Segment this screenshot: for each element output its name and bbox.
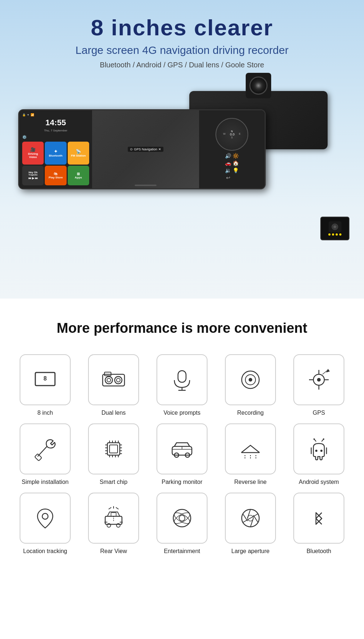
svg-point-8 (105, 376, 112, 384)
compass: N W0.0E S (215, 118, 248, 151)
entertainment-icon (169, 505, 195, 531)
feature-icon-box-voice (157, 354, 207, 405)
features-title: More performance is more convenient (15, 320, 349, 336)
app-driving-video: 🎥 Driving Video (22, 142, 44, 165)
feature-icon-box-entertainment (157, 493, 207, 544)
feature-icon-box-dual-lens (88, 354, 139, 405)
feature-gps: GPS (288, 354, 349, 416)
hero-subtitle: Large screen 4G navigation driving recor… (7, 44, 357, 56)
feature-android: Android system (288, 423, 349, 485)
led-light (328, 233, 331, 236)
svg-point-17 (249, 378, 252, 382)
feature-icon-box-rearview (88, 493, 139, 544)
aperture-icon (238, 505, 263, 531)
back-camera-lens (249, 76, 268, 95)
svg-point-54 (320, 450, 323, 452)
screen-icon: 8 (32, 367, 58, 393)
feature-label-reverse: Reverse line (234, 479, 267, 485)
hero-image: 🔒♥📶 14:55 Thu, 7 September ⚙️ 🎥 Driving … (7, 80, 357, 262)
device-front: 🔒♥📶 14:55 Thu, 7 September ⚙️ 🎥 Driving … (18, 109, 266, 189)
svg-text:8: 8 (44, 375, 47, 382)
svg-line-79 (243, 514, 248, 521)
android-icon (306, 436, 332, 462)
feature-icon-box-chip (88, 423, 139, 474)
feature-entertainment: Entertainment (151, 493, 213, 555)
feature-label-chip: Smart chip (100, 479, 127, 485)
led-light (332, 233, 334, 236)
bluetooth-icon (306, 505, 332, 531)
svg-point-70 (179, 515, 185, 521)
device-screen: 🔒♥📶 14:55 Thu, 7 September ⚙️ 🎥 Driving … (19, 110, 265, 188)
screen-left-panel: 🔒♥📶 14:55 Thu, 7 September ⚙️ 🎥 Driving … (19, 110, 92, 188)
feature-dual-lens: Dual lens (83, 354, 144, 416)
features-grid: 8 8 inch Dual lens (15, 354, 349, 555)
feature-label-entertainment: Entertainment (164, 548, 200, 555)
feature-rearview: Rear View (83, 493, 144, 555)
svg-point-61 (42, 513, 48, 519)
feature-icon-box-recording (225, 354, 276, 405)
feature-icon-box-aperture (225, 493, 276, 544)
app-grid: 🎥 Driving Video ✦ Bluetooth 📡 FM Station (22, 142, 89, 185)
feature-label-android: Android system (299, 479, 339, 485)
svg-point-10 (115, 376, 122, 384)
app-fm: 📡 FM Station (68, 142, 89, 165)
mic-icon (169, 367, 195, 393)
feature-label-location: Location tracking (23, 548, 67, 555)
svg-line-78 (243, 518, 250, 522)
svg-rect-12 (178, 371, 186, 382)
feature-label-aperture: Large aperture (232, 548, 270, 555)
feature-icon-box-gps (293, 354, 344, 405)
feature-chip: Smart chip (83, 423, 144, 485)
gps-icon (306, 367, 332, 393)
feature-icon-box-bluetooth (293, 493, 344, 544)
feature-parking: Parking monitor (151, 423, 213, 485)
svg-rect-67 (111, 513, 116, 516)
home-bar (135, 185, 157, 186)
svg-point-59 (313, 438, 315, 440)
rear-camera (320, 217, 349, 240)
feature-label-parking: Parking monitor (162, 479, 202, 485)
svg-point-60 (323, 438, 324, 440)
svg-rect-27 (110, 445, 118, 453)
screen-map: ⊙ GPS Navigation ✕ (92, 110, 199, 188)
feature-location: Location tracking (15, 493, 76, 555)
screen-right-panel: N W0.0E S 🔊 🔆 🚗 🏠 🔉 💡 ↩ (199, 110, 265, 188)
rear-camera-lens (329, 221, 341, 232)
feature-recording: Recording (220, 354, 281, 416)
dual-lens-icon (101, 367, 126, 393)
feature-bluetooth: Bluetooth (288, 493, 349, 555)
hero-section: 8 inches clearer Large screen 4G navigat… (0, 0, 364, 299)
feature-label-recording: Recording (237, 410, 264, 416)
feature-icon-box-android (293, 423, 344, 474)
parking-icon (169, 436, 195, 462)
feature-8inch: 8 8 inch (15, 354, 76, 416)
recording-icon (238, 367, 263, 393)
app-play-store: 🛍 Play Store (45, 166, 66, 186)
hero-title: 8 inches clearer (7, 15, 357, 40)
screen-date: Thu, 7 September (22, 129, 89, 132)
app-bluetooth: ✦ Bluetooth (45, 142, 66, 165)
reverse-icon (238, 436, 263, 462)
svg-point-11 (116, 378, 120, 382)
feature-install: Simple installation (15, 423, 76, 485)
svg-point-9 (107, 378, 111, 382)
feature-label-bluetooth: Bluetooth (306, 548, 331, 555)
compass-inner: N W0.0E S (223, 130, 241, 139)
rear-view-icon (101, 505, 126, 531)
chip-icon (101, 436, 126, 462)
location-icon (32, 505, 58, 531)
feature-label-dual-lens: Dual lens (102, 410, 126, 416)
back-camera-mount (246, 73, 271, 98)
svg-line-75 (250, 514, 258, 518)
svg-point-23 (317, 378, 321, 382)
feature-icon-box-parking (157, 423, 207, 474)
app-apps: ⊞ Apps (68, 166, 89, 186)
feature-aperture: Large aperture (220, 493, 281, 555)
hero-features: Bluetooth / Android / GPS / Dual lens / … (7, 61, 357, 69)
feature-icon-box-location (20, 493, 71, 544)
feature-label-gps: GPS (313, 410, 325, 416)
screen-time: 14:55 (22, 118, 89, 127)
feature-icon-box-8inch: 8 (20, 354, 71, 405)
feature-reverse: Reverse line (220, 423, 281, 485)
feature-label-voice: Voice prompts (163, 410, 200, 416)
